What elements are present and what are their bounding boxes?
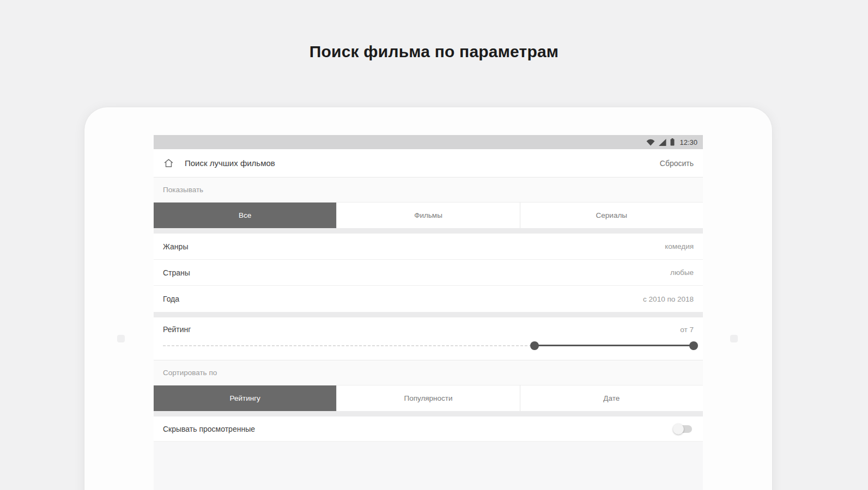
rating-slider[interactable] xyxy=(163,336,694,358)
app-screen: 12:30 Поиск лучших фильмов Сбросить Пока… xyxy=(154,135,703,490)
header-title: Поиск лучших фильмов xyxy=(185,158,275,168)
tab-series[interactable]: Сериалы xyxy=(520,203,703,228)
slider-handle-max[interactable] xyxy=(689,341,698,350)
tab-sort-date[interactable]: Дате xyxy=(520,385,703,411)
show-section-label: Показывать xyxy=(154,177,703,203)
sort-section-label: Сортировать по xyxy=(154,360,703,385)
tab-sort-rating[interactable]: Рейтингу xyxy=(154,385,336,411)
screen-footer-area xyxy=(154,442,703,490)
rating-block: Рейтинг от 7 xyxy=(154,317,703,360)
filter-row-value: с 2010 по 2018 xyxy=(643,295,694,303)
hide-watched-toggle[interactable] xyxy=(675,425,692,433)
filter-row-countries[interactable]: Страны любые xyxy=(154,260,703,286)
status-bar: 12:30 xyxy=(154,135,703,149)
wifi-icon xyxy=(646,139,655,146)
slider-active-range xyxy=(535,345,694,346)
page-title: Поиск фильма по параметрам xyxy=(0,42,868,61)
tablet-camera-dot-right xyxy=(730,335,738,342)
filter-row-label: Жанры xyxy=(163,242,188,251)
slider-handle-min[interactable] xyxy=(530,341,539,350)
home-icon[interactable] xyxy=(163,158,174,169)
filter-row-genres[interactable]: Жанры комедия xyxy=(154,234,703,260)
battery-icon xyxy=(670,138,675,146)
cellular-signal-icon xyxy=(659,139,666,146)
rating-value: от 7 xyxy=(680,326,694,334)
filter-row-value: комедия xyxy=(665,242,694,250)
show-tabs: Все Фильмы Сериалы xyxy=(154,203,703,228)
section-gap xyxy=(154,411,703,416)
tablet-frame: 12:30 Поиск лучших фильмов Сбросить Пока… xyxy=(84,107,772,490)
tab-movies[interactable]: Фильмы xyxy=(336,203,519,228)
filter-row-value: любые xyxy=(670,268,694,277)
hide-watched-row: Скрывать просмотренные xyxy=(154,416,703,442)
section-gap xyxy=(154,228,703,234)
status-time: 12:30 xyxy=(679,138,697,146)
filter-row-label: Страны xyxy=(163,268,190,277)
reset-button[interactable]: Сбросить xyxy=(660,159,694,168)
tab-sort-popularity[interactable]: Популярности xyxy=(336,385,519,411)
filter-row-years[interactable]: Года с 2010 по 2018 xyxy=(154,286,703,312)
toggle-knob xyxy=(673,424,684,434)
tablet-camera-dot-left xyxy=(117,335,125,342)
filter-row-label: Года xyxy=(163,295,179,303)
section-gap xyxy=(154,312,703,317)
tab-all[interactable]: Все xyxy=(154,203,336,228)
hide-watched-label: Скрывать просмотренные xyxy=(163,425,255,433)
rating-label: Рейтинг xyxy=(163,325,191,334)
app-bar: Поиск лучших фильмов Сбросить xyxy=(154,149,703,177)
sort-tabs: Рейтингу Популярности Дате xyxy=(154,385,703,411)
